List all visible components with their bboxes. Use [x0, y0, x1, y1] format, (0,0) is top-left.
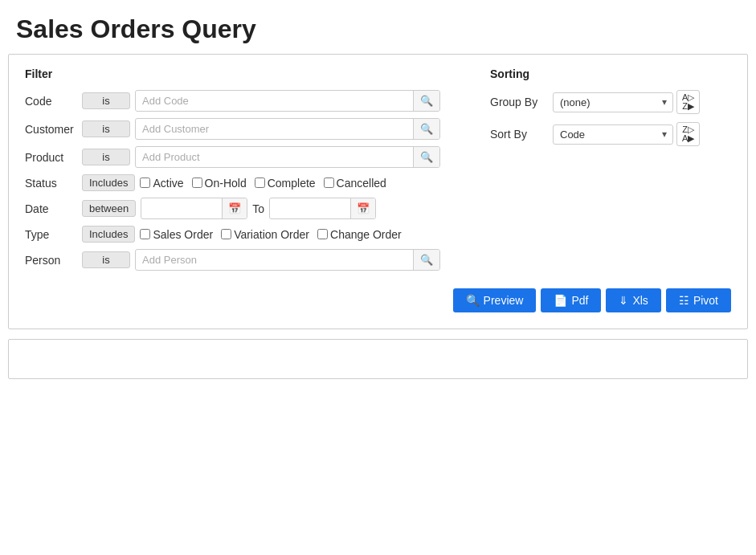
sortby-select-container: Code: [553, 124, 673, 145]
date-to-wrap: 📅: [269, 198, 376, 219]
sorting-label-sortby: Sort By: [490, 128, 546, 141]
filter-row-type: Type Includes Sales Order Variation Orde…: [25, 226, 458, 243]
filter-badge-type: Includes: [82, 226, 135, 243]
xls-label: Xls: [632, 294, 648, 307]
status-cancelled-item[interactable]: Cancelled: [324, 177, 386, 190]
status-onhold-checkbox[interactable]: [192, 178, 202, 188]
date-from-input[interactable]: [141, 199, 222, 218]
sorting-heading: Sorting: [490, 67, 731, 80]
type-variationorder-checkbox[interactable]: [221, 229, 231, 239]
preview-label: Preview: [484, 294, 524, 307]
filter-row-date: Date between 📅 To 📅: [25, 198, 458, 219]
filter-label-type: Type: [25, 228, 77, 241]
status-onhold-item[interactable]: On-Hold: [192, 177, 247, 190]
filter-heading: Filter: [25, 67, 458, 80]
sorting-section: Sorting Group By (none) A​▷Z​▶ So: [490, 67, 731, 277]
status-complete-checkbox[interactable]: [255, 178, 265, 188]
filter-badge-product: is: [82, 149, 130, 165]
status-active-item[interactable]: Active: [140, 177, 183, 190]
type-salesorder-checkbox[interactable]: [140, 229, 150, 239]
filter-label-product: Product: [25, 151, 77, 164]
status-active-label: Active: [153, 177, 183, 190]
filter-section: Filter Code is 🔍 Customer is 🔍: [25, 67, 458, 277]
sorting-row-groupby: Group By (none) A​▷Z​▶: [490, 90, 731, 114]
groupby-select-container: (none): [553, 92, 673, 112]
status-cancelled-label: Cancelled: [337, 177, 386, 190]
type-salesorder-label: Sales Order: [153, 228, 213, 241]
filter-input-customer[interactable]: [136, 120, 413, 138]
filter-search-person-button[interactable]: 🔍: [413, 250, 439, 270]
filter-input-person-wrap: 🔍: [135, 249, 440, 271]
type-salesorder-item[interactable]: Sales Order: [140, 228, 213, 241]
page-title: Sales Orders Query: [16, 14, 740, 44]
pivot-icon: ☷: [679, 294, 689, 307]
type-checkbox-group: Sales Order Variation Order Change Order: [140, 228, 401, 241]
filter-input-product[interactable]: [136, 148, 413, 166]
search-icon: 🔍: [466, 294, 480, 307]
filter-input-code[interactable]: [136, 92, 413, 110]
sortby-select[interactable]: Code: [553, 124, 673, 145]
type-variationorder-item[interactable]: Variation Order: [221, 228, 309, 241]
filter-input-product-wrap: 🔍: [135, 146, 440, 168]
preview-button[interactable]: 🔍 Preview: [453, 288, 537, 312]
date-from-wrap: 📅: [141, 198, 247, 219]
sortby-sort-dir-button[interactable]: Z​▷A​▶: [676, 122, 700, 146]
filter-badge-status: Includes: [82, 174, 135, 191]
date-to-input[interactable]: [270, 199, 350, 218]
status-cancelled-checkbox[interactable]: [324, 178, 334, 188]
filter-row-status: Status Includes Active On-Hold Complete: [25, 174, 458, 191]
sortby-select-wrap: Code Z​▷A​▶: [553, 122, 700, 146]
date-to-calendar-button[interactable]: 📅: [350, 198, 375, 218]
status-complete-label: Complete: [268, 177, 316, 190]
filter-input-person[interactable]: [136, 251, 413, 269]
filter-badge-person: is: [82, 251, 130, 268]
pdf-label: Pdf: [571, 294, 588, 307]
filter-row-product: Product is 🔍: [25, 146, 458, 168]
type-changeorder-label: Change Order: [330, 228, 402, 241]
type-changeorder-item[interactable]: Change Order: [317, 228, 402, 241]
filter-label-date: Date: [25, 202, 77, 215]
groupby-sort-dir-button[interactable]: A​▷Z​▶: [676, 90, 700, 114]
filter-row-customer: Customer is 🔍: [25, 118, 458, 140]
pdf-icon: 📄: [554, 294, 567, 307]
filter-label-person: Person: [25, 254, 77, 267]
groupby-select[interactable]: (none): [553, 92, 673, 112]
sorting-label-groupby: Group By: [490, 96, 546, 108]
status-complete-item[interactable]: Complete: [255, 177, 316, 190]
date-to-label: To: [252, 202, 264, 215]
pivot-button[interactable]: ☷ Pivot: [666, 288, 731, 312]
type-changeorder-checkbox[interactable]: [317, 229, 328, 239]
status-checkbox-group: Active On-Hold Complete Cancelled: [140, 177, 386, 190]
actions-row: 🔍 Preview 📄 Pdf ⇓ Xls ☷ Pivot: [25, 288, 731, 312]
filter-search-code-button[interactable]: 🔍: [413, 91, 439, 111]
download-icon: ⇓: [619, 294, 628, 307]
filter-input-code-wrap: 🔍: [135, 90, 440, 112]
filter-label-code: Code: [25, 95, 77, 108]
pivot-label: Pivot: [693, 294, 718, 307]
type-variationorder-label: Variation Order: [234, 228, 309, 241]
filter-badge-date: between: [82, 200, 136, 217]
filter-search-customer-button[interactable]: 🔍: [413, 119, 439, 139]
groupby-select-wrap: (none) A​▷Z​▶: [553, 90, 700, 114]
filter-label-customer: Customer: [25, 123, 77, 136]
date-range-group: 📅 To 📅: [141, 198, 376, 219]
filter-row-code: Code is 🔍: [25, 90, 458, 112]
filter-badge-customer: is: [82, 120, 130, 137]
status-active-checkbox[interactable]: [140, 178, 150, 188]
xls-button[interactable]: ⇓ Xls: [606, 288, 660, 312]
sorting-row-sortby: Sort By Code Z​▷A​▶: [490, 122, 731, 146]
filter-search-product-button[interactable]: 🔍: [413, 147, 439, 167]
status-onhold-label: On-Hold: [205, 177, 247, 190]
filter-row-person: Person is 🔍: [25, 249, 458, 271]
result-panel: [8, 339, 748, 379]
pdf-button[interactable]: 📄 Pdf: [541, 288, 601, 312]
filter-label-status: Status: [25, 177, 77, 190]
filter-badge-code: is: [82, 92, 130, 109]
main-panel: Filter Code is 🔍 Customer is 🔍: [8, 54, 748, 329]
filter-input-customer-wrap: 🔍: [135, 118, 440, 140]
date-from-calendar-button[interactable]: 📅: [222, 198, 247, 218]
